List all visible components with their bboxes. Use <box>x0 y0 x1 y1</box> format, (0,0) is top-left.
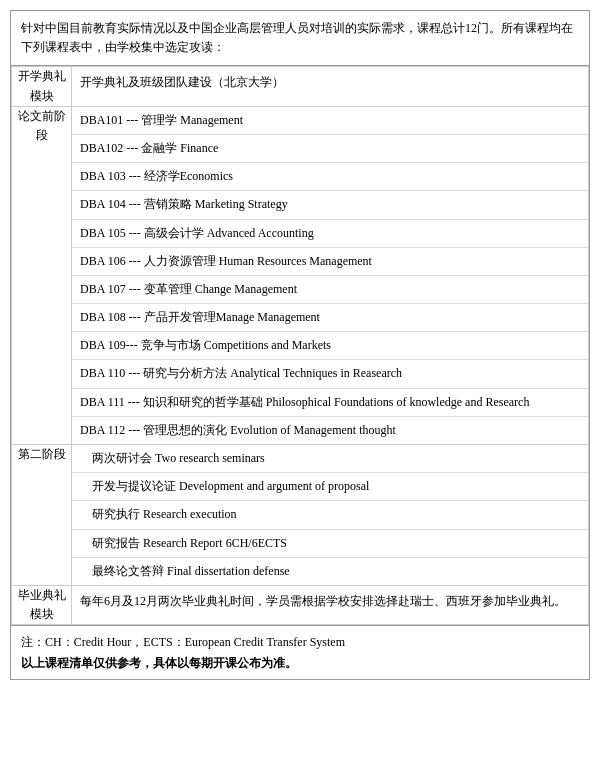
phase2-item: 最终论文答辩 Final dissertation defense <box>72 558 588 585</box>
course-item: DBA 106 --- 人力资源管理 Human Resources Manag… <box>72 248 588 276</box>
main-container: 针对中国目前教育实际情况以及中国企业高层管理人员对培训的实际需求，课程总计12门… <box>10 10 590 680</box>
footer-note-text: 注：CH：Credit Hour，ECTS：European Credit Tr… <box>21 632 579 652</box>
course-item: DBA 111 --- 知识和研究的哲学基础 Philosophical Fou… <box>72 389 588 417</box>
prethesis-label: 论文前阶段 <box>12 106 72 444</box>
course-item: DBA 107 --- 变革管理 Change Management <box>72 276 588 304</box>
footer: 注：CH：Credit Hour，ECTS：European Credit Tr… <box>11 625 589 679</box>
opening-label: 开学典礼模块 <box>12 67 72 106</box>
footer-bold-text: 以上课程清单仅供参考，具体以每期开课公布为准。 <box>21 653 579 673</box>
phase2-label: 第二阶段 <box>12 445 72 586</box>
course-item: DBA 112 --- 管理思想的演化 Evolution of Managem… <box>72 417 588 444</box>
course-item: DBA 108 --- 产品开发管理Manage Management <box>72 304 588 332</box>
course-item: DBA 110 --- 研究与分析方法 Analytical Technique… <box>72 360 588 388</box>
course-table: 开学典礼模块 开学典礼及班级团队建设（北京大学） 论文前阶段 DBA101 --… <box>11 66 589 625</box>
course-item: DBA 103 --- 经济学Economics <box>72 163 588 191</box>
graduation-content-cell: 每年6月及12月两次毕业典礼时间，学员需根据学校安排选择赴瑞士、西班牙参加毕业典… <box>72 585 589 624</box>
opening-content: 开学典礼及班级团队建设（北京大学） <box>72 67 589 106</box>
phase2-item: 研究执行 Research execution <box>72 501 588 529</box>
phase2-item: 开发与提议论证 Development and argument of prop… <box>72 473 588 501</box>
course-item: DBA102 --- 金融学 Finance <box>72 135 588 163</box>
prethesis-row: 论文前阶段 DBA101 --- 管理学 ManagementDBA102 --… <box>12 106 589 444</box>
graduation-text: 每年6月及12月两次毕业典礼时间，学员需根据学校安排选择赴瑞士、西班牙参加毕业典… <box>72 586 588 617</box>
graduation-label: 毕业典礼模块 <box>12 585 72 624</box>
phase2-list: 两次研讨会 Two research seminars开发与提议论证 Devel… <box>72 445 589 586</box>
course-item: DBA 105 --- 高级会计学 Advanced Accounting <box>72 220 588 248</box>
graduation-row: 毕业典礼模块 每年6月及12月两次毕业典礼时间，学员需根据学校安排选择赴瑞士、西… <box>12 585 589 624</box>
phase2-item: 研究报告 Research Report 6CH/6ECTS <box>72 530 588 558</box>
phase2-item: 两次研讨会 Two research seminars <box>72 445 588 473</box>
phase2-row: 第二阶段 两次研讨会 Two research seminars开发与提议论证 … <box>12 445 589 586</box>
course-item: DBA 104 --- 营销策略 Marketing Strategy <box>72 191 588 219</box>
opening-row: 开学典礼模块 开学典礼及班级团队建设（北京大学） <box>12 67 589 106</box>
course-item: DBA 109--- 竞争与市场 Competitions and Market… <box>72 332 588 360</box>
intro-text: 针对中国目前教育实际情况以及中国企业高层管理人员对培训的实际需求，课程总计12门… <box>11 11 589 66</box>
course-item: DBA101 --- 管理学 Management <box>72 107 588 135</box>
courses-list: DBA101 --- 管理学 ManagementDBA102 --- 金融学 … <box>72 106 589 444</box>
opening-text: 开学典礼及班级团队建设（北京大学） <box>72 67 588 98</box>
